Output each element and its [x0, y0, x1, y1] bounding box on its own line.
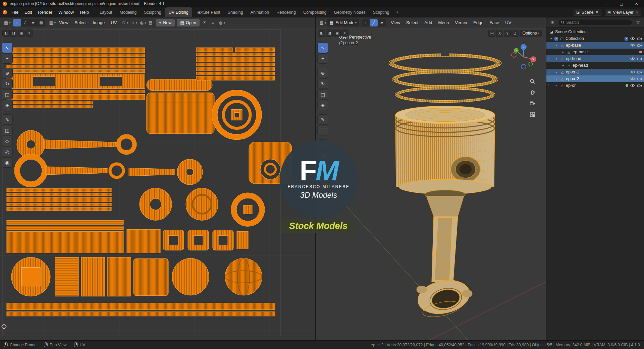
- uv-menu-select[interactable]: Select: [72, 19, 89, 26]
- expand-icon[interactable]: ▸: [561, 50, 565, 54]
- scene-collection-row[interactable]: ◪ Scene Collection: [546, 28, 644, 35]
- disable-render-camera-icon[interactable]: [637, 37, 642, 40]
- minimize-button[interactable]: —: [599, 0, 614, 7]
- new-view-layer-icon[interactable]: ⊞: [636, 10, 639, 14]
- proportional-editing-icon[interactable]: ◎: [138, 20, 145, 25]
- outliner-search[interactable]: [558, 19, 632, 26]
- collection-row[interactable]: ▾ ✓ ▢ Collection ✓: [546, 35, 644, 42]
- outliner-row-ep-head-data[interactable]: ▸ △ ep-head: [546, 62, 644, 69]
- uv-menu-uv[interactable]: UV: [108, 19, 119, 26]
- uv-vertex-select-button[interactable]: ◦: [13, 19, 21, 26]
- tab-compositing[interactable]: Compositing: [300, 7, 330, 17]
- vp-tool-cursor[interactable]: ⌖: [318, 54, 328, 63]
- search-input[interactable]: [566, 20, 630, 25]
- collection-checkbox[interactable]: ✓: [554, 37, 558, 41]
- expand-icon[interactable]: ▸: [554, 70, 558, 74]
- outliner-display-mode-icon[interactable]: ≡: [549, 20, 556, 25]
- uv-tool-annotate[interactable]: ✎: [2, 115, 12, 124]
- hide-eye-icon[interactable]: [630, 44, 635, 47]
- disable-render-camera-icon[interactable]: [637, 84, 642, 87]
- mesh-data-name[interactable]: ep-head: [573, 63, 588, 68]
- tab-scripting[interactable]: Scripting: [369, 7, 393, 17]
- tab-uv-editing[interactable]: UV Editing: [165, 7, 192, 17]
- menu-render[interactable]: Render: [35, 8, 55, 16]
- object-name[interactable]: ep-head: [566, 56, 581, 61]
- tab-shading[interactable]: Shading: [224, 7, 247, 17]
- object-name[interactable]: ep-base: [566, 43, 581, 48]
- uv-gizmo-toggle-icon[interactable]: ◧: [3, 30, 9, 36]
- vp-tool-extrude[interactable]: ⇧: [318, 140, 328, 150]
- expand-icon[interactable]: ▾: [554, 44, 558, 47]
- hide-eye-icon[interactable]: [630, 70, 635, 74]
- open-image-button[interactable]: ▤ Open: [177, 19, 199, 26]
- orthographic-toggle-button[interactable]: [528, 110, 536, 118]
- gizmo-x-label[interactable]: X: [532, 58, 534, 61]
- vp-menu-face[interactable]: Face: [487, 19, 502, 26]
- uv-tool-move[interactable]: ⊕: [2, 68, 12, 78]
- vp-xray-toggle-icon[interactable]: ▣: [334, 30, 340, 36]
- edge-select-button[interactable]: ╱: [370, 19, 378, 26]
- vp-tool-move[interactable]: ⊕: [318, 68, 328, 78]
- new-image-button[interactable]: + New: [156, 19, 175, 26]
- tab-texture-paint[interactable]: Texture Paint: [192, 7, 224, 17]
- uv-canvas[interactable]: [0, 28, 315, 340]
- sticky-select-icon[interactable]: ▥: [48, 20, 55, 25]
- mesh-data-name[interactable]: ep-base: [573, 50, 588, 54]
- uv-tool-rip[interactable]: ◫: [2, 125, 12, 135]
- tab-rendering[interactable]: Rendering: [273, 7, 300, 17]
- expand-icon[interactable]: ▾: [554, 57, 558, 60]
- expand-icon[interactable]: ▸: [561, 64, 565, 67]
- vp-tool-transform[interactable]: ◈: [318, 100, 328, 110]
- outliner-row-ep-or[interactable]: ⠿ ▸ △ ep-or: [546, 82, 644, 89]
- hide-eye-icon[interactable]: [630, 84, 635, 87]
- uv-island-select-button[interactable]: ▩: [37, 19, 45, 26]
- uv-tool-pinch[interactable]: ◉: [2, 158, 12, 167]
- vp-menu-mesh[interactable]: Mesh: [435, 19, 451, 26]
- object-name[interactable]: ep-cr-1: [566, 70, 579, 74]
- vp-tool-poly-build[interactable]: △: [318, 193, 328, 203]
- vp-overlay-toggle-icon[interactable]: ◨: [326, 30, 333, 36]
- uv-toggle-chevron-icon[interactable]: ▾: [26, 30, 33, 36]
- image-settings-icon[interactable]: ≡: [209, 20, 216, 25]
- face-select-button[interactable]: ▰: [378, 19, 386, 26]
- outliner-row-ep-cr-1[interactable]: ⠿ ▸ △ ep-cr-1: [546, 69, 644, 75]
- vp-gizmo-toggle-icon[interactable]: ◧: [318, 30, 325, 36]
- uv-overlay-toggle-icon[interactable]: ◨: [10, 30, 17, 36]
- mode-selector[interactable]: ▦ Edit Mode ▾: [327, 19, 360, 26]
- uv-tool-select-box[interactable]: ↖: [2, 43, 12, 53]
- vp-menu-select[interactable]: Select: [404, 19, 421, 26]
- uv-tool-relax[interactable]: ◎: [2, 147, 12, 157]
- vertex-select-button[interactable]: ◦: [362, 19, 370, 26]
- vp-tool-loop-cut[interactable]: ◫: [318, 172, 328, 182]
- vp-menu-add[interactable]: Add: [422, 19, 435, 26]
- disable-render-camera-icon[interactable]: [637, 44, 642, 47]
- outliner-row-ep-base-data[interactable]: ▸ △ ep-base: [546, 49, 644, 55]
- uv-menu-image[interactable]: Image: [90, 19, 107, 26]
- outliner-row-ep-cr-2[interactable]: ⠿ ▸ △ ep-cr-2: [546, 75, 644, 82]
- collection-exclude-checkbox[interactable]: ✓: [625, 37, 628, 41]
- uv-overlays-icon[interactable]: ◍: [217, 20, 224, 25]
- outliner-row-ep-base[interactable]: ⠿ ▾ △ ep-base: [546, 42, 644, 49]
- hide-eye-icon[interactable]: [630, 57, 635, 60]
- pivot-point-icon[interactable]: ⊙: [120, 20, 127, 25]
- vp-tool-bevel[interactable]: ◆: [318, 161, 328, 171]
- filter-funnel-icon[interactable]: ▽: [634, 20, 642, 25]
- vp-tool-knife[interactable]: ✂: [318, 183, 328, 192]
- disable-render-camera-icon[interactable]: [637, 57, 642, 60]
- uv-tool-scale[interactable]: ◱: [2, 90, 12, 99]
- menu-window[interactable]: Window: [55, 8, 77, 16]
- gizmo-z-label[interactable]: Z: [523, 45, 525, 49]
- vp-toggle-chevron-icon[interactable]: ▾: [341, 30, 348, 36]
- tab-sculpting[interactable]: Sculpting: [140, 7, 165, 17]
- zoom-button[interactable]: [528, 77, 536, 85]
- vp-menu-vertex[interactable]: Vertex: [452, 19, 470, 26]
- uv-tool-rotate[interactable]: ↻: [2, 79, 12, 89]
- uv-tool-cursor[interactable]: ⌖: [2, 54, 12, 63]
- menu-edit[interactable]: Edit: [21, 8, 35, 16]
- mirror-x-button[interactable]: X: [496, 30, 503, 37]
- snap-magnet-icon[interactable]: ∩: [129, 20, 137, 25]
- navigation-gizmo[interactable]: Z X Y: [509, 43, 538, 71]
- uv-editor-type-icon[interactable]: ▦: [2, 20, 10, 25]
- camera-view-button[interactable]: [528, 99, 536, 107]
- vp-tool-annotate[interactable]: ✎: [318, 115, 328, 124]
